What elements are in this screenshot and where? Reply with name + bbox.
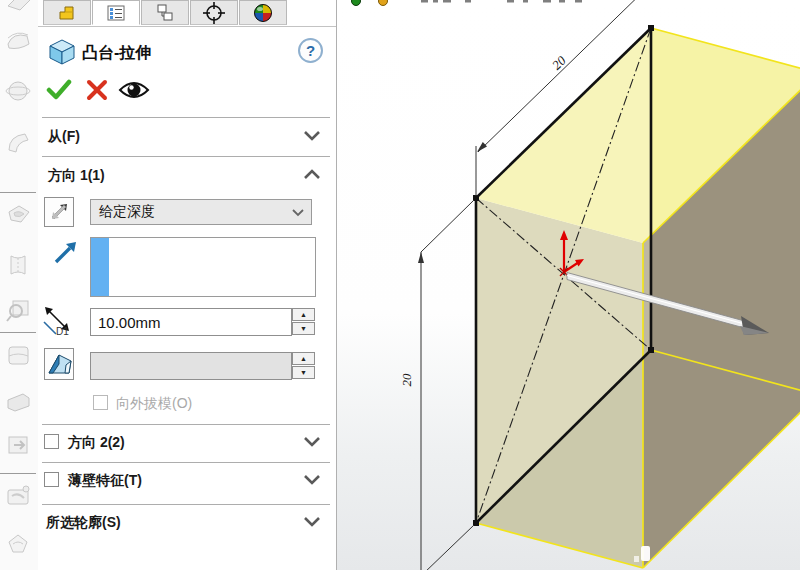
spin-down-icon: ▼: [292, 366, 315, 379]
dimxpertmanager-icon: [203, 2, 225, 24]
selection-highlight-strip: [91, 238, 109, 296]
depth-spinner[interactable]: ▲ ▼: [292, 308, 315, 336]
graphics-area[interactable]: 20 20: [337, 0, 800, 570]
page-title: 凸台-拉伸: [82, 43, 151, 64]
move-body-icon[interactable]: [5, 432, 32, 459]
propertymanager-panel: 凸台-拉伸 ? 从(F) 方向 1(1) 给定深度: [38, 0, 337, 570]
toolbar-separator: [0, 473, 36, 474]
tab-configurationmanager[interactable]: [141, 0, 189, 25]
depth-input[interactable]: 10.00mm: [90, 308, 292, 336]
spin-up-icon: ▲: [292, 352, 315, 365]
chevron-down-icon[interactable]: [302, 436, 322, 448]
featuremanager-tree-icon: [57, 3, 77, 23]
draft-button[interactable]: [44, 348, 74, 380]
intersect-icon[interactable]: [5, 388, 32, 415]
reverse-direction-icon: [47, 200, 71, 224]
draft-wedge-icon: [46, 352, 72, 376]
cutoff-green-sphere-icon: [352, 0, 361, 6]
spin-up-icon[interactable]: ▲: [292, 308, 315, 321]
dimension-height-value[interactable]: 20: [399, 373, 414, 387]
direction2-checkbox[interactable]: [44, 434, 59, 449]
separator: [42, 424, 330, 425]
toolbar-separator: [0, 192, 36, 193]
chevron-up-icon[interactable]: [302, 169, 322, 181]
features-toolbar: [0, 0, 38, 570]
help-button[interactable]: ?: [298, 38, 323, 63]
boss-extrude-cube-icon: [48, 38, 76, 66]
draft-analysis-icon[interactable]: [5, 342, 32, 369]
extrude-preview-scene: 20 20: [337, 0, 800, 570]
end-condition-value: 给定深度: [99, 203, 155, 221]
outward-draft-checkbox: [93, 395, 108, 410]
tab-featuremanager[interactable]: [43, 0, 91, 25]
dimension-width-value[interactable]: 20: [549, 53, 569, 73]
tab-dimxpertmanager[interactable]: [190, 0, 238, 25]
separator: [42, 156, 330, 157]
dimension-height[interactable]: 20: [399, 200, 474, 570]
reference-sketch-icon[interactable]: [5, 482, 32, 509]
depth-d1-icon: D1: [42, 300, 76, 336]
direction-reference-icon: [52, 240, 78, 266]
swept-boss-icon[interactable]: [5, 28, 32, 55]
cutoff-yellow-sphere-icon: [379, 0, 388, 6]
chevron-down-icon[interactable]: [302, 130, 322, 142]
draft-angle-input: [90, 352, 292, 380]
separator: [42, 504, 330, 505]
surface-tool-icon[interactable]: [5, 0, 32, 15]
search-part-icon[interactable]: [5, 296, 32, 323]
dome-feature-icon[interactable]: [5, 532, 32, 559]
section-direction1[interactable]: 方向 1(1): [48, 167, 105, 185]
chevron-down-icon[interactable]: [302, 516, 322, 528]
section-selected-contours[interactable]: 所选轮廓(S): [46, 514, 121, 532]
preview-eye-button[interactable]: [118, 80, 150, 100]
ok-button[interactable]: [46, 77, 72, 103]
outward-draft-label: 向外拔模(O): [116, 395, 192, 413]
bent-sweep-icon[interactable]: [5, 128, 32, 155]
end-condition-select[interactable]: 给定深度: [90, 199, 312, 225]
spin-down-icon[interactable]: ▼: [292, 322, 315, 335]
d1-label: D1: [56, 326, 69, 336]
propertymanager-icon: [106, 3, 126, 23]
wrap-feature-icon[interactable]: [5, 202, 32, 229]
section-direction2[interactable]: 方向 2(2): [68, 434, 125, 452]
section-thin-feature[interactable]: 薄壁特征(T): [68, 472, 142, 490]
section-from[interactable]: 从(F): [48, 128, 80, 146]
reverse-direction-button[interactable]: [44, 197, 74, 227]
thin-feature-checkbox[interactable]: [44, 472, 59, 487]
toolbar-separator: [0, 332, 36, 333]
separator: [42, 117, 330, 118]
tab-displaymanager[interactable]: [239, 0, 287, 25]
cutoff-text-fragments: [421, 0, 582, 3]
direction-reference-selectbox[interactable]: [90, 237, 316, 297]
chevron-down-icon: [291, 208, 305, 217]
separator: [42, 462, 330, 463]
draft-spinner: ▲ ▼: [292, 352, 315, 380]
displaymanager-icon: [253, 3, 273, 23]
loft-rib-icon[interactable]: [5, 252, 32, 279]
cancel-button[interactable]: [86, 79, 108, 101]
tab-propertymanager[interactable]: [92, 0, 140, 25]
manager-tabbar: [38, 0, 336, 27]
configurationmanager-icon: [155, 3, 175, 23]
revolved-boss-icon[interactable]: [5, 78, 32, 105]
chevron-down-icon[interactable]: [302, 474, 322, 486]
